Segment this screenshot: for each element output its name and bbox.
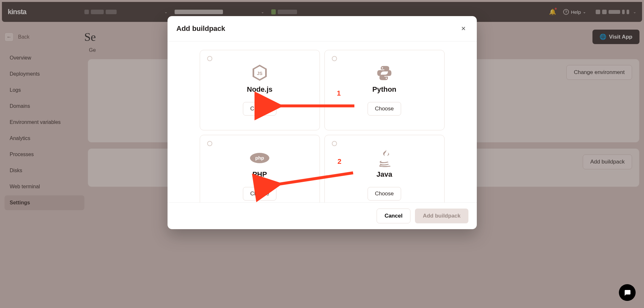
buildpack-name: Node.js	[247, 85, 272, 94]
buildpack-card-python[interactable]: Python Choose	[324, 50, 445, 130]
svg-text:JS: JS	[257, 71, 262, 76]
add-buildpack-modal: Add buildpack ✕ JS Node.js Choose Python	[168, 16, 477, 229]
choose-button-nodejs[interactable]: Choose	[243, 102, 277, 116]
choose-button-python[interactable]: Choose	[368, 102, 401, 116]
java-icon	[377, 149, 392, 167]
buildpack-name: Java	[377, 170, 392, 179]
modal-title: Add buildpack	[177, 24, 226, 33]
cancel-button[interactable]: Cancel	[377, 209, 411, 223]
chat-icon	[623, 289, 631, 296]
buildpack-name: Python	[372, 85, 397, 94]
buildpack-card-nodejs[interactable]: JS Node.js Choose	[200, 50, 320, 130]
radio-icon[interactable]	[332, 141, 337, 146]
modal-header: Add buildpack ✕	[168, 16, 477, 42]
close-icon[interactable]: ✕	[459, 23, 468, 34]
php-icon: php	[250, 149, 270, 167]
nodejs-icon: JS	[252, 64, 267, 82]
radio-icon[interactable]	[207, 141, 212, 146]
choose-button-php[interactable]: Choose	[243, 187, 277, 201]
python-icon	[376, 64, 392, 82]
add-buildpack-submit-button[interactable]: Add buildpack	[415, 209, 468, 223]
modal-body: JS Node.js Choose Python Choose php	[168, 42, 477, 202]
modal-footer: Cancel Add buildpack	[168, 202, 477, 229]
buildpack-card-java[interactable]: Java Choose	[324, 135, 445, 202]
chat-fab[interactable]	[619, 284, 636, 301]
radio-icon[interactable]	[207, 56, 212, 61]
radio-icon[interactable]	[332, 56, 337, 61]
modal-overlay: Add buildpack ✕ JS Node.js Choose Python	[0, 0, 644, 308]
choose-button-java[interactable]: Choose	[368, 187, 401, 201]
svg-text:php: php	[255, 155, 264, 161]
buildpack-name: PHP	[252, 170, 267, 179]
buildpack-card-php[interactable]: php PHP Choose	[200, 135, 320, 202]
